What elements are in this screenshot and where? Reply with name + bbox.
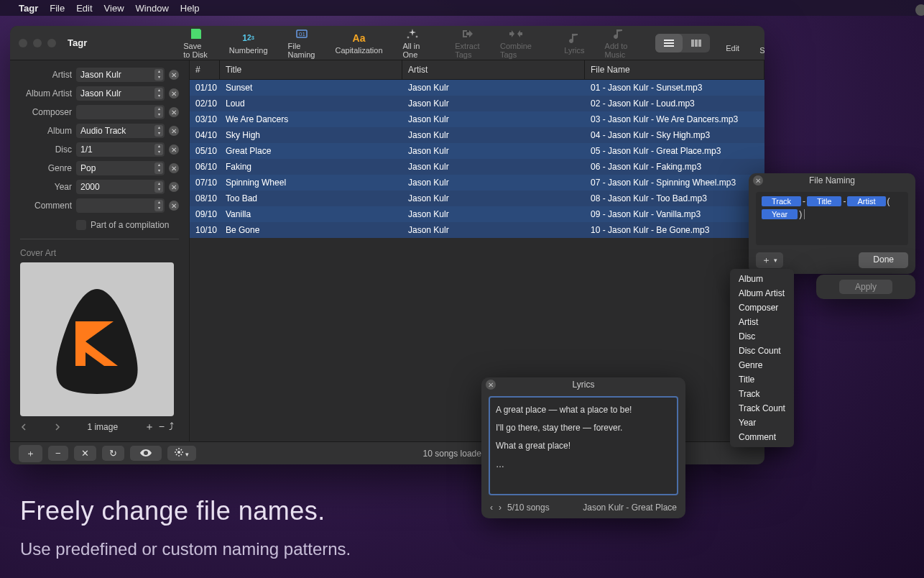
tool-add-music[interactable]: Add to Music <box>595 26 642 62</box>
menubar-view[interactable]: View <box>104 3 124 14</box>
year-input[interactable] <box>76 180 165 194</box>
checkbox-icon[interactable] <box>76 220 86 230</box>
cover-add-icon[interactable]: ＋ <box>144 421 154 434</box>
footer-remove-button[interactable]: − <box>48 446 68 461</box>
token-title[interactable]: Title <box>807 196 841 206</box>
lyrics-textarea[interactable]: A great place — what a place to be! I'll… <box>489 396 678 495</box>
menubar-window[interactable]: Window <box>136 3 169 14</box>
view-segmented[interactable] <box>655 34 710 52</box>
footer-preview-button[interactable] <box>130 446 162 461</box>
stepper-icon[interactable]: ▴▾ <box>154 144 163 155</box>
album-input[interactable] <box>76 124 165 138</box>
comment-input[interactable] <box>76 198 165 213</box>
tool-combine-tags[interactable]: Combine Tags <box>490 26 542 62</box>
token-year[interactable]: Year <box>762 209 798 219</box>
dropdown-item[interactable]: Album <box>730 272 794 286</box>
dropdown-item[interactable]: Artist <box>730 315 794 329</box>
cover-next[interactable] <box>54 422 61 433</box>
stepper-icon[interactable]: ▴▾ <box>154 200 163 211</box>
table-row[interactable]: 01/10SunsetJason Kulr01 - Jason Kulr - S… <box>190 80 764 96</box>
table-row[interactable]: 06/10FakingJason Kulr06 - Jason Kulr - F… <box>190 159 764 175</box>
menubar-app[interactable]: Tagr <box>19 3 38 14</box>
file-naming-pattern[interactable]: Track - Title - Artist ( Year ) <box>756 192 908 245</box>
stepper-icon[interactable]: ▴▾ <box>154 88 163 99</box>
col-title[interactable]: Title <box>220 60 402 79</box>
tool-capitalization[interactable]: Aa Capitalization <box>325 29 392 58</box>
token-artist[interactable]: Artist <box>847 196 885 206</box>
dropdown-item[interactable]: Title <box>730 372 794 387</box>
stepper-icon[interactable]: ▴▾ <box>154 125 163 137</box>
clear-comment[interactable]: ✕ <box>169 201 179 211</box>
artist-input[interactable] <box>76 68 165 82</box>
clear-album[interactable]: ✕ <box>169 126 179 136</box>
menubar-file[interactable]: File <box>50 3 65 14</box>
table-row[interactable]: 05/10Great PlaceJason Kulr05 - Jason Kul… <box>190 143 764 159</box>
dropdown-item[interactable]: Comment <box>730 430 794 444</box>
table-row[interactable]: 09/10VanillaJason Kulr09 - Jason Kulr - … <box>190 206 764 222</box>
disc-input[interactable] <box>76 142 165 157</box>
tool-search[interactable]: Search <box>749 29 764 58</box>
tool-extract-tags[interactable]: Extract Tags <box>445 26 490 62</box>
window-zoom[interactable] <box>47 39 56 47</box>
dropdown-item[interactable]: Disc Count <box>730 344 794 358</box>
clear-disc[interactable]: ✕ <box>169 144 179 155</box>
clear-artist[interactable]: ✕ <box>169 70 179 80</box>
tool-file-naming[interactable]: 01 File Naming <box>278 26 325 62</box>
dropdown-item[interactable]: Composer <box>730 301 794 315</box>
cover-export-icon[interactable]: ⤴ <box>169 421 174 434</box>
close-icon[interactable]: ✕ <box>753 175 763 185</box>
stepper-icon[interactable]: ▴▾ <box>154 162 163 174</box>
dropdown-item[interactable]: Genre <box>730 358 794 372</box>
close-icon[interactable]: ✕ <box>486 380 496 390</box>
footer-add-button[interactable]: ＋ <box>19 445 42 462</box>
window-minimize[interactable] <box>33 39 42 47</box>
table-row[interactable]: 02/10LoudJason Kulr02 - Jason Kulr - Lou… <box>190 96 764 111</box>
dropdown-item[interactable]: Album Artist <box>730 286 794 301</box>
tool-save[interactable]: Save to Disk <box>173 26 219 62</box>
footer-settings-button[interactable]: ▾ <box>167 446 197 461</box>
view-list-button[interactable] <box>655 34 683 52</box>
lyrics-next[interactable]: › <box>499 503 502 513</box>
tool-all-in-one[interactable]: All in One <box>393 26 433 62</box>
col-num[interactable]: # <box>190 60 220 79</box>
genre-input[interactable] <box>76 161 165 175</box>
table-row[interactable]: 07/10Spinning WheelJason Kulr07 - Jason … <box>190 175 764 191</box>
compilation-checkbox-row[interactable]: Part of a compilation <box>76 220 179 230</box>
add-token-button[interactable]: ＋▾ <box>756 252 783 268</box>
clear-year[interactable]: ✕ <box>169 182 179 192</box>
table-row[interactable]: 04/10Sky HighJason Kulr04 - Jason Kulr -… <box>190 127 764 143</box>
tool-edit[interactable]: Edit <box>716 31 749 55</box>
menubar-edit[interactable]: Edit <box>76 3 92 14</box>
stepper-icon[interactable]: ▴▾ <box>154 106 163 118</box>
lyrics-prev[interactable]: ‹ <box>490 503 493 513</box>
table-row[interactable]: 08/10Too BadJason Kulr08 - Jason Kulr - … <box>190 191 764 206</box>
token-track[interactable]: Track <box>762 196 801 206</box>
dropdown-item[interactable]: Track <box>730 387 794 401</box>
tool-lyrics[interactable]: Lyrics <box>554 29 594 58</box>
clear-album-artist[interactable]: ✕ <box>169 88 179 98</box>
window-close[interactable] <box>19 39 27 47</box>
col-artist[interactable]: Artist <box>402 60 585 79</box>
composer-input[interactable] <box>76 105 165 119</box>
view-columns-button[interactable] <box>683 34 710 52</box>
album-artist-input[interactable] <box>76 86 165 101</box>
col-file[interactable]: File Name <box>585 60 764 79</box>
stepper-icon[interactable]: ▴▾ <box>154 181 163 193</box>
clear-composer[interactable]: ✕ <box>169 107 179 117</box>
stepper-icon[interactable]: ▴▾ <box>154 69 163 81</box>
table-row[interactable]: 10/10Be GoneJason Kulr10 - Jason Kulr - … <box>190 222 764 238</box>
dropdown-item[interactable]: Year <box>730 416 794 430</box>
dropdown-item[interactable]: Disc <box>730 329 794 344</box>
cover-art-thumbnail[interactable] <box>20 262 174 416</box>
table-header[interactable]: # Title Artist File Name <box>190 60 764 80</box>
cover-remove-icon[interactable]: − <box>159 421 165 434</box>
cover-prev[interactable] <box>20 422 27 433</box>
window-traffic-lights[interactable] <box>10 39 65 47</box>
table-row[interactable]: 03/10We Are DancersJason Kulr03 - Jason … <box>190 111 764 127</box>
apply-button[interactable]: Apply <box>839 280 892 294</box>
footer-clear-button[interactable]: ✕ <box>74 446 96 461</box>
menubar-help[interactable]: Help <box>180 3 200 14</box>
tool-numbering[interactable]: 123 Numbering <box>219 29 278 58</box>
clear-genre[interactable]: ✕ <box>169 163 179 173</box>
token-dropdown[interactable]: AlbumAlbum ArtistComposerArtistDiscDisc … <box>730 269 794 447</box>
